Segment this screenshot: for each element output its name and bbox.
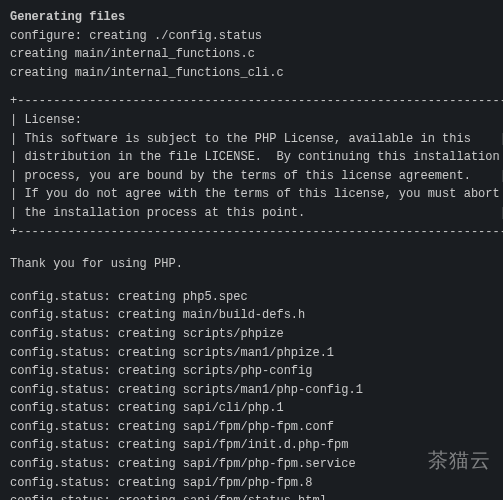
status-line: config.status: creating sapi/cli/php.1 bbox=[10, 399, 493, 418]
output-line: configure: creating ./config.status bbox=[10, 27, 493, 46]
section-heading: Generating files bbox=[10, 8, 493, 27]
output-line: creating main/internal_functions_cli.c bbox=[10, 64, 493, 83]
status-line: config.status: creating php5.spec bbox=[10, 288, 493, 307]
license-line: | If you do not agree with the terms of … bbox=[10, 185, 493, 204]
status-line: config.status: creating sapi/fpm/php-fpm… bbox=[10, 418, 493, 437]
terminal-output: Generating files configure: creating ./c… bbox=[10, 8, 493, 500]
status-line: config.status: creating sapi/fpm/init.d.… bbox=[10, 436, 493, 455]
license-line: | License: | bbox=[10, 111, 493, 130]
status-line: config.status: creating main/build-defs.… bbox=[10, 306, 493, 325]
license-line: | distribution in the file LICENSE. By c… bbox=[10, 148, 493, 167]
status-line: config.status: creating scripts/man1/php… bbox=[10, 381, 493, 400]
license-line: | This software is subject to the PHP Li… bbox=[10, 130, 493, 149]
status-line: config.status: creating sapi/fpm/php-fpm… bbox=[10, 455, 493, 474]
output-line: creating main/internal_functions.c bbox=[10, 45, 493, 64]
status-line: config.status: creating scripts/man1/php… bbox=[10, 344, 493, 363]
status-line: config.status: creating sapi/fpm/php-fpm… bbox=[10, 474, 493, 493]
license-border: +---------------------------------------… bbox=[10, 223, 493, 242]
thankyou-line: Thank you for using PHP. bbox=[10, 255, 493, 274]
status-line: config.status: creating scripts/php-conf… bbox=[10, 362, 493, 381]
status-line: config.status: creating scripts/phpize bbox=[10, 325, 493, 344]
license-border: +---------------------------------------… bbox=[10, 92, 493, 111]
license-line: | the installation process at this point… bbox=[10, 204, 493, 223]
status-line: config.status: creating sapi/fpm/status.… bbox=[10, 492, 493, 500]
license-line: | process, you are bound by the terms of… bbox=[10, 167, 493, 186]
